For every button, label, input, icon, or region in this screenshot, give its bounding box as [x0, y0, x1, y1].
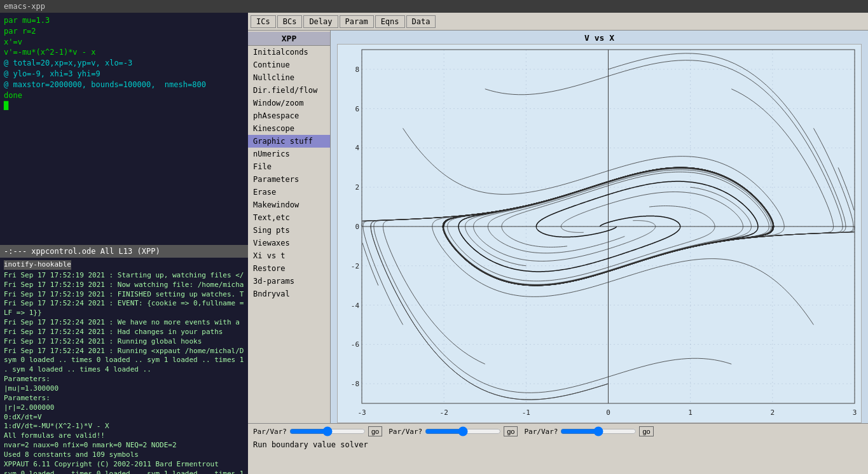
- par-group-1: Par/Var?go: [389, 426, 518, 436]
- menu-item-initialconds[interactable]: Initialconds: [248, 46, 330, 59]
- editor-line: █: [4, 101, 244, 111]
- par-go-btn-2[interactable]: go: [639, 426, 653, 436]
- log-line: |r|=2.000000: [4, 403, 244, 413]
- editor-line: @ total=20,xp=x,yp=v, xlo=-3: [4, 58, 244, 69]
- menu-item-kinescope[interactable]: Kinescope: [248, 122, 330, 135]
- par-slider-0[interactable]: [289, 428, 366, 435]
- menu-item-window-zoom[interactable]: Window/zoom: [248, 97, 330, 109]
- log-line: LF => 1}}: [4, 309, 244, 318]
- editor-area[interactable]: par mu=1.3par r=2x'=vv'=-mu*(x^2-1)*v - …: [0, 13, 248, 245]
- toolbar-btn-bcs[interactable]: BCs: [277, 15, 303, 28]
- log-line: Parameters:: [4, 394, 244, 403]
- menu-item-3d-params[interactable]: 3d-params: [248, 275, 330, 288]
- editor-line: done: [4, 90, 244, 101]
- log-line: Fri Sep 17 17:52:19 2021 : Now watching …: [4, 281, 244, 290]
- log-line: Fri Sep 17 17:52:24 2021 : We have no mo…: [4, 318, 244, 328]
- par-label-2: Par/Var?: [524, 428, 558, 436]
- menu-item-numerics[interactable]: nUmerics: [248, 148, 330, 160]
- par-go-btn-0[interactable]: go: [368, 426, 382, 436]
- log-line: Fri Sep 17 17:52:19 2021 : Starting up, …: [4, 271, 244, 281]
- inotify-label: inotify-hookable: [4, 260, 71, 270]
- log-line: XPPAUT 6.11 Copyright (C) 2002-2011 Bard…: [4, 460, 244, 470]
- par-slider-2[interactable]: [560, 428, 637, 435]
- log-line: Fri Sep 17 17:52:24 2021 : Had changes i…: [4, 328, 244, 337]
- editor-line: @ maxstor=2000000, bounds=100000, nmesh=…: [4, 80, 244, 90]
- bottom-controls: Par/Var?goPar/Var?goPar/Var?go Run bound…: [248, 423, 868, 474]
- menu-item-sing-pts[interactable]: Sing pts: [248, 224, 330, 237]
- xpp-menu-title: XPP: [248, 32, 330, 46]
- log-line: sym 0 loaded .. times 0 loaded .. sym 1 …: [4, 356, 244, 365]
- log-line: |mu|=1.300000: [4, 384, 244, 394]
- log-line: Fri Sep 17 17:52:24 2021 : EVENT: {cooki…: [4, 299, 244, 309]
- par-label-1: Par/Var?: [389, 428, 422, 436]
- menu-item-text-etc[interactable]: Text,etc: [248, 211, 330, 224]
- par-group-0: Par/Var?go: [253, 426, 382, 436]
- par-slider-1[interactable]: [425, 428, 501, 435]
- toolbar-btn-data[interactable]: Data: [406, 15, 436, 28]
- par-group-2: Par/Var?go: [524, 426, 653, 436]
- menu-item-makewindow[interactable]: Makewindow: [248, 199, 330, 211]
- log-line: 0:dX/dt=V: [4, 413, 244, 422]
- editor-line: par mu=1.3: [4, 15, 244, 26]
- menu-item-viewaxes[interactable]: Viewaxes: [248, 237, 330, 249]
- editor-line: x'=v: [4, 37, 244, 48]
- log-line: sym 0 loaded .. times 0 loaded .. sym 1 …: [4, 470, 244, 474]
- menu-item-phasespace[interactable]: phAsespace: [248, 109, 330, 122]
- menu-item-dir-field-flow[interactable]: Dir.field/flow: [248, 84, 330, 97]
- log-line: Fri Sep 17 17:52:24 2021 : Running <xppa…: [4, 347, 244, 356]
- menu-item-xi-vs-t[interactable]: Xi vs t: [248, 249, 330, 262]
- par-label-0: Par/Var?: [253, 428, 287, 436]
- log-line: All formulas are valid!!: [4, 431, 244, 441]
- log-line: Fri Sep 17 17:52:19 2021 : FINISHED sett…: [4, 290, 244, 300]
- menu-item-file[interactable]: File: [248, 160, 330, 173]
- editor-line: @ ylo=-9, xhi=3 yhi=9: [4, 69, 244, 80]
- toolbar-btn-delay[interactable]: Delay: [303, 15, 338, 28]
- menu-item-erase[interactable]: Erase: [248, 186, 330, 199]
- menu-item-parameters[interactable]: Parameters: [248, 173, 330, 186]
- bottom-panel: inotify-hookableFri Sep 17 17:52:19 2021…: [0, 258, 248, 474]
- log-line: 1:dV/dt=-MU*(X^2-1)*V - X: [4, 422, 244, 431]
- toolbar-btn-eqns[interactable]: Eqns: [375, 15, 405, 28]
- editor-line: v'=-mu*(x^2-1)*v - x: [4, 47, 244, 58]
- plot-canvas: [338, 45, 861, 422]
- menu-item-bndryval[interactable]: Bndryval: [248, 288, 330, 300]
- toolbar-btn-param[interactable]: Param: [340, 15, 374, 28]
- log-line: . sym 4 loaded .. times 4 loaded ..: [4, 365, 244, 375]
- title-label: emacs-xpp: [4, 2, 45, 11]
- log-line: Fri Sep 17 17:52:24 2021 : Running globa…: [4, 337, 244, 347]
- xpp-menu: XPP InitialcondsContinueNullclineDir.fie…: [248, 31, 331, 423]
- bottom-status-line: Run boundary value solver: [253, 439, 863, 450]
- log-line: nvar=2 naux=0 nfix=0 nmark=0 NEQ=2 NODE=…: [4, 441, 244, 450]
- menu-item-nullcline[interactable]: Nullcline: [248, 71, 330, 84]
- menu-item-restore[interactable]: Restore: [248, 262, 330, 275]
- toolbar: ICsBCsDelayParamEqnsData: [248, 13, 868, 31]
- status-text: -:--- xppcontrol.ode All L13 (XPP): [4, 247, 160, 256]
- plot-title: V vs X: [331, 31, 868, 44]
- toolbar-btn-ics[interactable]: ICs: [251, 15, 276, 28]
- status-bar: -:--- xppcontrol.ode All L13 (XPP): [0, 245, 248, 258]
- par-controls-row: Par/Var?goPar/Var?goPar/Var?go: [253, 426, 863, 436]
- editor-line: par r=2: [4, 26, 244, 37]
- menu-item-graphic-stuff[interactable]: Graphic stuff: [248, 135, 330, 148]
- canvas-container: [337, 44, 862, 423]
- par-go-btn-1[interactable]: go: [504, 426, 518, 436]
- plot-area: V vs X: [331, 31, 868, 423]
- log-line: Used 8 constants and 109 symbols: [4, 450, 244, 460]
- title-bar: emacs-xpp: [0, 0, 868, 13]
- log-line: Parameters:: [4, 375, 244, 384]
- menu-item-continue[interactable]: Continue: [248, 59, 330, 71]
